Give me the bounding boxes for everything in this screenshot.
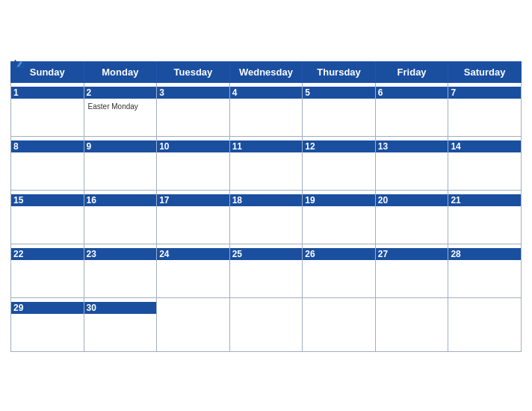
day-number: 4: [230, 87, 303, 99]
day-number: 16: [84, 194, 157, 206]
day-cell: 22: [11, 244, 84, 297]
day-number: 20: [376, 194, 448, 206]
day-cell: [375, 297, 448, 351]
week-row-5: 2930: [11, 297, 522, 351]
day-number: 1: [11, 87, 84, 99]
day-cell: 5: [303, 82, 376, 136]
day-header-thursday: Thursday: [303, 61, 376, 82]
day-header-saturday: Saturday: [448, 61, 522, 82]
day-header-tuesday: Tuesday: [157, 61, 230, 82]
day-cell: 25: [229, 244, 303, 297]
day-cell: 18: [229, 190, 303, 244]
day-cell: 4: [229, 82, 303, 136]
day-header-wednesday: Wednesday: [229, 61, 303, 82]
day-cell: 9: [84, 136, 157, 190]
day-number: 29: [11, 302, 84, 314]
day-cell: 7: [448, 82, 522, 136]
day-cell: 12: [303, 136, 376, 190]
day-cell: 2Easter Monday: [84, 82, 157, 136]
day-number: 12: [303, 140, 375, 152]
day-cell: 3: [157, 82, 230, 136]
day-number: 3: [157, 87, 229, 99]
day-cell: 24: [157, 244, 230, 297]
day-event: Easter Monday: [88, 102, 153, 111]
day-number: 7: [448, 87, 521, 99]
calendar-container: SundayMondayTuesdayWednesdayThursdayFrid…: [0, 49, 532, 362]
day-number: 9: [84, 140, 157, 152]
day-number: 25: [230, 248, 303, 260]
day-number: 21: [448, 194, 521, 206]
day-cell: 13: [375, 136, 448, 190]
week-row-4: 22232425262728: [11, 244, 522, 297]
day-number: 23: [84, 248, 157, 260]
day-cell: 19: [303, 190, 376, 244]
day-number: 24: [157, 248, 229, 260]
week-row-1: 12Easter Monday34567: [11, 82, 522, 136]
calendar-table: SundayMondayTuesdayWednesdayThursdayFrid…: [10, 61, 522, 352]
day-cell: [303, 297, 376, 351]
day-number: 8: [11, 140, 84, 152]
day-cell: 15: [11, 190, 84, 244]
day-cell: 6: [375, 82, 448, 136]
logo: [10, 57, 25, 67]
day-number: 11: [230, 140, 303, 152]
day-number: 28: [448, 248, 521, 260]
week-row-3: 15161718192021: [11, 190, 522, 244]
day-cell: 1: [11, 82, 84, 136]
day-cell: 21: [448, 190, 522, 244]
day-cell: 28: [448, 244, 522, 297]
logo-icon: [10, 57, 25, 67]
day-number: 19: [303, 194, 375, 206]
day-cell: 11: [229, 136, 303, 190]
day-number: 18: [230, 194, 303, 206]
day-number: 17: [157, 194, 229, 206]
day-cell: 8: [11, 136, 84, 190]
calendar-thead: SundayMondayTuesdayWednesdayThursdayFrid…: [11, 61, 522, 82]
day-number: 10: [157, 140, 229, 152]
day-cell: 30: [84, 297, 157, 351]
day-cell: 17: [157, 190, 230, 244]
day-number: 13: [376, 140, 448, 152]
days-of-week-row: SundayMondayTuesdayWednesdayThursdayFrid…: [11, 61, 522, 82]
day-cell: 26: [303, 244, 376, 297]
logo-mountain-icon: [10, 57, 24, 67]
day-cell: 27: [375, 244, 448, 297]
day-cell: 29: [11, 297, 84, 351]
day-number: 5: [303, 87, 375, 99]
day-cell: 16: [84, 190, 157, 244]
day-cell: [448, 297, 522, 351]
day-number: 2: [84, 87, 157, 99]
day-header-friday: Friday: [375, 61, 448, 82]
day-number: 30: [84, 302, 157, 314]
day-cell: 10: [157, 136, 230, 190]
day-cell: [229, 297, 303, 351]
day-number: 22: [11, 248, 84, 260]
calendar-tbody: 12Easter Monday3456789101112131415161718…: [11, 82, 522, 351]
day-cell: [157, 297, 230, 351]
day-cell: 14: [448, 136, 522, 190]
day-cell: 23: [84, 244, 157, 297]
week-row-2: 891011121314: [11, 136, 522, 190]
day-number: 15: [11, 194, 84, 206]
day-cell: 20: [375, 190, 448, 244]
day-number: 26: [303, 248, 375, 260]
day-number: 14: [448, 140, 521, 152]
day-header-monday: Monday: [84, 61, 157, 82]
day-number: 6: [376, 87, 448, 99]
day-number: 27: [376, 248, 448, 260]
